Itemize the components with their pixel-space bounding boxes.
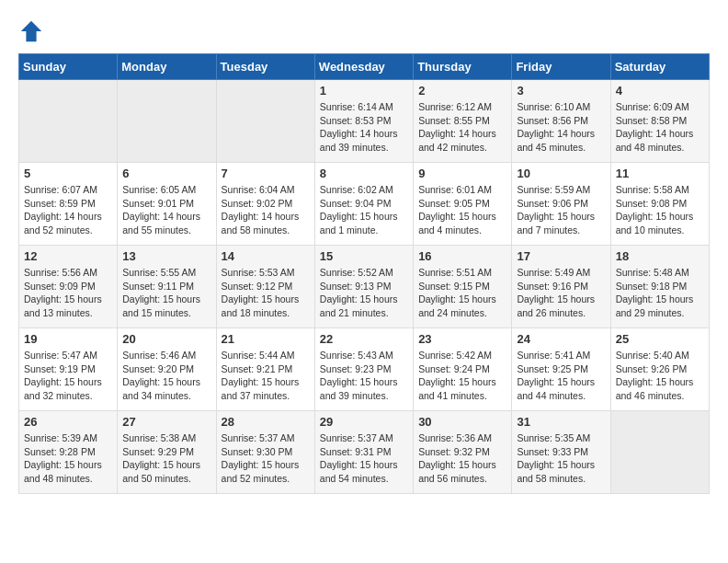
calendar-cell: 22Sunrise: 5:43 AMSunset: 9:23 PMDayligh… [314, 328, 413, 411]
cell-content: Sunrise: 6:04 AMSunset: 9:02 PMDaylight:… [222, 183, 310, 237]
calendar-table: SundayMondayTuesdayWednesdayThursdayFrid… [18, 53, 710, 494]
logo-icon [18, 18, 44, 44]
cell-content: Sunrise: 5:43 AMSunset: 9:23 PMDaylight:… [320, 349, 408, 403]
calendar-cell: 10Sunrise: 5:59 AMSunset: 9:06 PMDayligh… [512, 163, 610, 246]
day-number: 20 [122, 332, 210, 346]
day-number: 28 [222, 415, 310, 429]
day-number: 26 [24, 415, 112, 429]
calendar-cell: 28Sunrise: 5:37 AMSunset: 9:30 PMDayligh… [216, 411, 314, 494]
cell-content: Sunrise: 5:42 AMSunset: 9:24 PMDaylight:… [418, 349, 506, 403]
calendar-cell: 13Sunrise: 5:55 AMSunset: 9:11 PMDayligh… [118, 246, 216, 328]
column-header-saturday: Saturday [610, 54, 709, 80]
calendar-cell [216, 80, 314, 163]
calendar-cell: 7Sunrise: 6:04 AMSunset: 9:02 PMDaylight… [216, 163, 314, 246]
cell-content: Sunrise: 6:01 AMSunset: 9:05 PMDaylight:… [418, 183, 506, 237]
day-number: 22 [320, 332, 408, 346]
day-number: 13 [122, 249, 210, 263]
calendar-cell: 29Sunrise: 5:37 AMSunset: 9:31 PMDayligh… [314, 411, 413, 494]
day-number: 17 [517, 249, 605, 263]
cell-content: Sunrise: 6:14 AMSunset: 8:53 PMDaylight:… [320, 100, 408, 155]
day-number: 12 [24, 249, 112, 263]
cell-content: Sunrise: 5:38 AMSunset: 9:29 PMDaylight:… [122, 431, 210, 486]
cell-content: Sunrise: 6:02 AMSunset: 9:04 PMDaylight:… [320, 183, 408, 237]
calendar-cell: 26Sunrise: 5:39 AMSunset: 9:28 PMDayligh… [19, 411, 118, 494]
calendar-week-row: 1Sunrise: 6:14 AMSunset: 8:53 PMDaylight… [19, 80, 710, 163]
cell-content: Sunrise: 6:10 AMSunset: 8:56 PMDaylight:… [517, 100, 605, 155]
cell-content: Sunrise: 5:39 AMSunset: 9:28 PMDaylight:… [24, 431, 112, 486]
logo [18, 18, 48, 44]
calendar-cell: 6Sunrise: 6:05 AMSunset: 9:01 PMDaylight… [118, 163, 216, 246]
cell-content: Sunrise: 6:09 AMSunset: 8:58 PMDaylight:… [616, 100, 704, 155]
calendar-cell: 18Sunrise: 5:48 AMSunset: 9:18 PMDayligh… [610, 246, 709, 328]
day-number: 2 [418, 84, 506, 98]
cell-content: Sunrise: 5:47 AMSunset: 9:19 PMDaylight:… [24, 349, 112, 403]
cell-content: Sunrise: 5:59 AMSunset: 9:06 PMDaylight:… [517, 183, 605, 237]
cell-content: Sunrise: 5:36 AMSunset: 9:32 PMDaylight:… [418, 431, 506, 486]
day-number: 15 [320, 249, 408, 263]
day-number: 8 [320, 167, 408, 180]
day-number: 23 [418, 332, 506, 346]
day-number: 4 [616, 84, 704, 98]
day-number: 11 [616, 167, 704, 180]
calendar-cell: 8Sunrise: 6:02 AMSunset: 9:04 PMDaylight… [314, 163, 413, 246]
calendar-cell: 21Sunrise: 5:44 AMSunset: 9:21 PMDayligh… [216, 328, 314, 411]
calendar-cell [118, 80, 216, 163]
calendar-cell: 23Sunrise: 5:42 AMSunset: 9:24 PMDayligh… [414, 328, 512, 411]
day-number: 31 [517, 415, 605, 429]
cell-content: Sunrise: 5:44 AMSunset: 9:21 PMDaylight:… [222, 349, 310, 403]
cell-content: Sunrise: 6:12 AMSunset: 8:55 PMDaylight:… [418, 100, 506, 155]
cell-content: Sunrise: 5:51 AMSunset: 9:15 PMDaylight:… [418, 266, 506, 320]
calendar-cell: 19Sunrise: 5:47 AMSunset: 9:19 PMDayligh… [19, 328, 118, 411]
cell-content: Sunrise: 5:37 AMSunset: 9:30 PMDaylight:… [222, 431, 310, 486]
calendar-cell: 27Sunrise: 5:38 AMSunset: 9:29 PMDayligh… [118, 411, 216, 494]
day-number: 30 [418, 415, 506, 429]
cell-content: Sunrise: 6:05 AMSunset: 9:01 PMDaylight:… [122, 183, 210, 237]
day-number: 19 [24, 332, 112, 346]
day-number: 14 [222, 249, 310, 263]
day-number: 1 [320, 84, 408, 98]
cell-content: Sunrise: 5:53 AMSunset: 9:12 PMDaylight:… [222, 266, 310, 320]
cell-content: Sunrise: 5:41 AMSunset: 9:25 PMDaylight:… [517, 349, 605, 403]
cell-content: Sunrise: 5:37 AMSunset: 9:31 PMDaylight:… [320, 431, 408, 486]
calendar-cell: 2Sunrise: 6:12 AMSunset: 8:55 PMDaylight… [414, 80, 512, 163]
svg-marker-0 [21, 21, 41, 41]
day-number: 25 [616, 332, 704, 346]
column-header-sunday: Sunday [19, 54, 118, 80]
calendar-cell: 17Sunrise: 5:49 AMSunset: 9:16 PMDayligh… [512, 246, 610, 328]
calendar-cell: 5Sunrise: 6:07 AMSunset: 8:59 PMDaylight… [19, 163, 118, 246]
calendar-cell: 20Sunrise: 5:46 AMSunset: 9:20 PMDayligh… [118, 328, 216, 411]
calendar-cell: 11Sunrise: 5:58 AMSunset: 9:08 PMDayligh… [610, 163, 709, 246]
calendar-week-row: 19Sunrise: 5:47 AMSunset: 9:19 PMDayligh… [19, 328, 710, 411]
cell-content: Sunrise: 5:35 AMSunset: 9:33 PMDaylight:… [517, 431, 605, 486]
calendar-cell [610, 411, 709, 494]
calendar-cell: 1Sunrise: 6:14 AMSunset: 8:53 PMDaylight… [314, 80, 413, 163]
day-number: 7 [222, 167, 310, 180]
calendar-cell: 24Sunrise: 5:41 AMSunset: 9:25 PMDayligh… [512, 328, 610, 411]
calendar-header-row: SundayMondayTuesdayWednesdayThursdayFrid… [19, 54, 710, 80]
day-number: 16 [418, 249, 506, 263]
cell-content: Sunrise: 5:56 AMSunset: 9:09 PMDaylight:… [24, 266, 112, 320]
day-number: 18 [616, 249, 704, 263]
calendar-week-row: 12Sunrise: 5:56 AMSunset: 9:09 PMDayligh… [19, 246, 710, 328]
cell-content: Sunrise: 5:46 AMSunset: 9:20 PMDaylight:… [122, 349, 210, 403]
cell-content: Sunrise: 5:48 AMSunset: 9:18 PMDaylight:… [616, 266, 704, 320]
calendar-cell: 4Sunrise: 6:09 AMSunset: 8:58 PMDaylight… [610, 80, 709, 163]
cell-content: Sunrise: 5:58 AMSunset: 9:08 PMDaylight:… [616, 183, 704, 237]
column-header-thursday: Thursday [414, 54, 512, 80]
day-number: 10 [517, 167, 605, 180]
column-header-tuesday: Tuesday [216, 54, 314, 80]
calendar-cell [19, 80, 118, 163]
cell-content: Sunrise: 6:07 AMSunset: 8:59 PMDaylight:… [24, 183, 112, 237]
day-number: 27 [122, 415, 210, 429]
column-header-monday: Monday [118, 54, 216, 80]
day-number: 29 [320, 415, 408, 429]
calendar-cell: 12Sunrise: 5:56 AMSunset: 9:09 PMDayligh… [19, 246, 118, 328]
calendar-week-row: 5Sunrise: 6:07 AMSunset: 8:59 PMDaylight… [19, 163, 710, 246]
cell-content: Sunrise: 5:40 AMSunset: 9:26 PMDaylight:… [616, 349, 704, 403]
cell-content: Sunrise: 5:49 AMSunset: 9:16 PMDaylight:… [517, 266, 605, 320]
cell-content: Sunrise: 5:52 AMSunset: 9:13 PMDaylight:… [320, 266, 408, 320]
calendar-cell: 31Sunrise: 5:35 AMSunset: 9:33 PMDayligh… [512, 411, 610, 494]
calendar-cell: 16Sunrise: 5:51 AMSunset: 9:15 PMDayligh… [414, 246, 512, 328]
day-number: 3 [517, 84, 605, 98]
page-header [18, 18, 710, 44]
